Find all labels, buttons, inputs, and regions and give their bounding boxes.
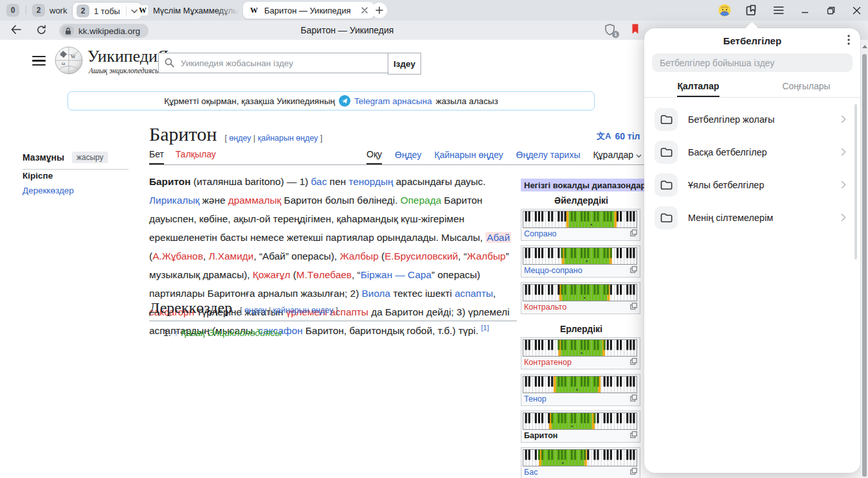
scrollbar-thumb[interactable] bbox=[862, 54, 867, 477]
article-link[interactable]: аспапты bbox=[455, 288, 493, 299]
tab-read[interactable]: Оқу bbox=[366, 149, 382, 164]
panel-scrollbar-thumb[interactable] bbox=[854, 104, 857, 260]
wikipedia-logo[interactable]: W Ω bbox=[54, 46, 84, 75]
vocal-range-link[interactable]: Тенор bbox=[524, 394, 547, 403]
article-link[interactable]: Лирикалық bbox=[149, 195, 199, 206]
article-link[interactable]: Жалбыр bbox=[467, 251, 505, 261]
tab-history[interactable]: Өңделу тарихы bbox=[516, 150, 581, 164]
vocal-range-link[interactable]: Контратенор bbox=[524, 358, 572, 367]
vocal-range-link[interactable]: Контральто bbox=[524, 303, 566, 312]
tab-group-label: work bbox=[50, 6, 67, 15]
scrollbar-up-arrow[interactable] bbox=[861, 45, 868, 48]
piano-range-image[interactable] bbox=[523, 449, 638, 466]
telegram-link[interactable]: Telegram арнасына bbox=[354, 96, 432, 106]
article-link[interactable]: Л.Хамиди bbox=[208, 251, 253, 261]
more-options-icon[interactable] bbox=[847, 35, 850, 48]
article-link[interactable]: Біржан — Сара bbox=[361, 269, 431, 280]
profile-avatar[interactable] bbox=[718, 4, 731, 17]
tab-edit-source[interactable]: Қайнарын өңдеу bbox=[435, 150, 503, 164]
article-link[interactable]: Абай bbox=[485, 232, 511, 243]
svg-text:Ω: Ω bbox=[62, 61, 65, 66]
browser-menu-icon[interactable] bbox=[772, 4, 785, 17]
window-restore-button[interactable] bbox=[824, 4, 837, 17]
address-bar[interactable]: kk.wikipedia.org bbox=[59, 24, 149, 38]
wiki-menu-icon[interactable] bbox=[32, 56, 46, 66]
back-button[interactable] bbox=[10, 24, 22, 37]
tab-talk[interactable]: Талқылау bbox=[176, 149, 216, 164]
tab-page[interactable]: Бет bbox=[149, 149, 164, 164]
tab-group-active[interactable]: 2 1 тобы bbox=[72, 2, 142, 20]
folder-row-other-bookmarks[interactable]: Басқа бетбелгілер bbox=[649, 136, 855, 168]
ref-source-link[interactable]: Қазақ Энциклопедиясы bbox=[181, 328, 282, 338]
edit-link[interactable]: өңдеу bbox=[244, 306, 266, 315]
enlarge-icon[interactable] bbox=[630, 431, 637, 440]
article-link[interactable]: Е.Брусиловский bbox=[384, 251, 458, 261]
browser-tab-active[interactable]: W Баритон — Уикипедия bbox=[243, 2, 374, 19]
tab-group-work[interactable]: 2 work bbox=[32, 4, 67, 17]
toc-item-intro[interactable]: Кіріспе bbox=[23, 171, 53, 181]
wiki-search-button[interactable]: Іздеу bbox=[388, 53, 421, 75]
toc-item-references[interactable]: Дереккөздер bbox=[23, 186, 74, 195]
piano-range-image[interactable] bbox=[523, 247, 638, 265]
article-link[interactable]: [1] bbox=[481, 324, 489, 332]
reload-button[interactable] bbox=[36, 24, 47, 38]
enlarge-icon[interactable] bbox=[630, 229, 637, 238]
piano-range-image[interactable] bbox=[523, 376, 638, 393]
article-link[interactable]: драммалық bbox=[228, 195, 282, 206]
window-minimize-button[interactable] bbox=[799, 4, 811, 17]
bookmarks-panel-icon[interactable] bbox=[745, 4, 757, 17]
wikipedia-favicon: W bbox=[249, 5, 259, 15]
bookmarks-search-input[interactable] bbox=[652, 53, 853, 72]
chevron-down-icon[interactable] bbox=[131, 9, 138, 13]
bookmark-flag-icon[interactable] bbox=[631, 23, 640, 37]
vocal-range-link[interactable]: Меццо-сопрано bbox=[524, 266, 583, 275]
piano-range-image[interactable] bbox=[523, 412, 638, 430]
sitenotice-banner: Құрметті оқырман, қазақша Уикипедияның T… bbox=[68, 91, 595, 111]
article-link[interactable]: Қожағұл bbox=[253, 269, 291, 280]
enlarge-icon[interactable] bbox=[630, 468, 637, 477]
edit-link[interactable]: өңдеу bbox=[229, 134, 251, 143]
wiki-search-box[interactable] bbox=[158, 53, 390, 73]
piano-range-image[interactable] bbox=[523, 284, 638, 301]
article-link[interactable]: Операда bbox=[401, 195, 442, 206]
article-link[interactable]: Виола bbox=[362, 288, 391, 299]
language-selector[interactable]: 文A 60 тіл bbox=[597, 130, 650, 142]
enlarge-icon[interactable] bbox=[630, 303, 637, 312]
ref-backlink[interactable]: ↑ bbox=[174, 328, 178, 338]
folder-row-my-links[interactable]: Менің сілтемелерім bbox=[649, 201, 855, 234]
vocal-range-link[interactable]: Бас bbox=[524, 468, 538, 477]
tab-edit[interactable]: Өңдеу bbox=[395, 150, 421, 164]
vocal-range-current: Баритон bbox=[524, 431, 557, 440]
protect-shield-icon[interactable]: 1 bbox=[604, 24, 617, 37]
article-link[interactable]: Жалбыр bbox=[339, 251, 378, 261]
new-tab-button[interactable] bbox=[372, 3, 387, 18]
enlarge-icon[interactable] bbox=[630, 266, 637, 275]
page-scrollbar[interactable] bbox=[861, 40, 868, 478]
browser-tab-inactive[interactable]: W Мүслім Мұхаммедұлы Ма bbox=[138, 3, 239, 18]
folder-row-bookmarks-bar[interactable]: Бетбелгілер жолағы bbox=[649, 103, 855, 136]
wiki-search-input[interactable] bbox=[179, 53, 386, 73]
wikipedia-favicon: W bbox=[138, 5, 148, 15]
article-link[interactable]: М.Төлебаев bbox=[296, 269, 352, 280]
folder-icon bbox=[655, 206, 678, 229]
piano-range-image[interactable] bbox=[523, 211, 638, 228]
piano-range-image[interactable] bbox=[523, 339, 638, 357]
tab-group-0[interactable]: 0 bbox=[6, 4, 19, 17]
toc-hide-button[interactable]: жасыру bbox=[72, 152, 108, 163]
window-close-button[interactable] bbox=[850, 4, 863, 17]
enlarge-icon[interactable] bbox=[630, 394, 637, 403]
vocal-range-link[interactable]: Сопрано bbox=[524, 229, 557, 238]
tab-folders[interactable]: Қалталар bbox=[644, 81, 752, 98]
folder-row-mobile-bookmarks[interactable]: Ұялы бетбелгілер bbox=[649, 168, 855, 201]
tab-tools[interactable]: Құралдар bbox=[593, 150, 642, 164]
lock-icon[interactable] bbox=[62, 26, 74, 36]
tab-recent[interactable]: Соңғылары bbox=[752, 81, 860, 98]
article-link[interactable]: А.Жұбанов bbox=[152, 251, 203, 261]
edit-source-link[interactable]: қайнарын өңдеу bbox=[273, 306, 334, 315]
close-tab-icon[interactable] bbox=[361, 6, 368, 14]
article-link[interactable]: тенордың bbox=[348, 176, 393, 187]
edit-source-link[interactable]: қайнарын өңдеу bbox=[258, 134, 318, 143]
article-link[interactable]: бас bbox=[311, 176, 327, 187]
enlarge-icon[interactable] bbox=[630, 358, 637, 367]
wiki-wordmark[interactable]: УикипедиЯ bbox=[87, 47, 168, 66]
